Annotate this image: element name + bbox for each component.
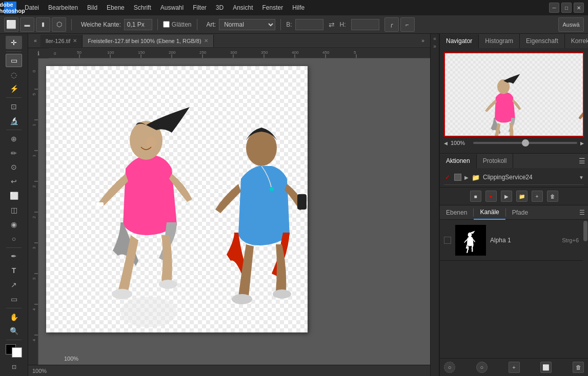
auswahl-button[interactable]: Auswä xyxy=(558,17,584,32)
tab-navigator[interactable]: Navigator xyxy=(440,34,479,49)
hand-tool[interactable]: ✋ xyxy=(6,310,22,324)
alpha1-channel-row[interactable]: Alpha 1 Strg+6 xyxy=(440,220,583,261)
clone-tool[interactable]: ⊙ xyxy=(6,161,22,174)
menu-ebene[interactable]: Ebene xyxy=(103,2,129,13)
aktionen-section: Aktionen Protokoll ☰ ✓ ▶ 📁 ClippingServi… xyxy=(440,154,588,205)
channel-delete-btn[interactable]: 🗑 xyxy=(573,362,584,373)
zoom-tool[interactable]: 🔍 xyxy=(6,325,22,338)
pen-tool[interactable]: ✒ xyxy=(6,249,22,263)
fg-bg-colors[interactable] xyxy=(6,344,22,358)
tab-file1[interactable]: ller-126.tif ✕ xyxy=(40,35,83,47)
shape-tool[interactable]: ▭ xyxy=(6,293,22,306)
corner-round-btn[interactable]: ╭ xyxy=(384,17,399,32)
tab2-label: Freisteller-127.tif bei 100% (Ebene 1, R… xyxy=(88,38,201,44)
history-brush-tool[interactable]: ↩ xyxy=(6,175,22,188)
action-folder-btn[interactable]: 📁 xyxy=(516,191,528,202)
canvas-scroll-area[interactable]: 100% xyxy=(38,58,430,365)
spot-heal-tool[interactable]: ⊕ xyxy=(6,132,22,145)
tab-protokoll[interactable]: Protokoll xyxy=(477,154,514,168)
info-icon[interactable]: ℹ xyxy=(28,48,49,58)
zoom-in-arrow[interactable]: ▸ xyxy=(580,139,584,147)
quickmask-tool[interactable]: ⊡ xyxy=(6,361,22,374)
action-delete-btn[interactable]: 🗑 xyxy=(547,191,558,202)
action-new-btn[interactable]: + xyxy=(532,191,543,202)
channel-new-fill-btn[interactable]: + xyxy=(509,362,520,373)
ebenen-panel-menu[interactable]: ☰ xyxy=(576,205,588,220)
menu-hilfe[interactable]: Hilfe xyxy=(288,2,309,13)
menu-auswahl[interactable]: Auswahl xyxy=(156,2,188,13)
tab-kanaele[interactable]: Kanäle xyxy=(474,205,505,220)
channel-visibility[interactable] xyxy=(444,237,451,244)
lasso-tool[interactable]: ◌ xyxy=(6,68,22,81)
menu-filter[interactable]: Filter xyxy=(189,2,211,13)
collapse-right-btn[interactable]: « xyxy=(433,36,436,41)
eraser-tool[interactable]: ⬜ xyxy=(6,189,22,202)
ebenen-controls: ○ ○ + ⬜ 🗑 xyxy=(440,358,588,376)
channel-dotted-circle-btn[interactable]: ○ xyxy=(444,362,455,373)
single-col-marquee-btn[interactable]: ▮ xyxy=(36,17,50,32)
tab-histogramm[interactable]: Histogram xyxy=(479,34,520,48)
h-input[interactable] xyxy=(351,19,379,30)
menu-bild[interactable]: Bild xyxy=(83,2,102,13)
channel-scrollbar[interactable] xyxy=(583,220,588,261)
art-select[interactable]: Normal Fest: Seitenverh. Fest: Größe xyxy=(219,19,275,30)
gradient-tool[interactable]: ◫ xyxy=(6,203,22,217)
close-button[interactable]: ✕ xyxy=(574,3,584,13)
marquee-tool[interactable]: ▭ xyxy=(6,54,22,67)
lasso-btn[interactable]: ⬡ xyxy=(52,17,66,32)
menu-fenster[interactable]: Fenster xyxy=(258,2,288,13)
tab-collapse-left[interactable]: « xyxy=(30,34,40,48)
wand-tool[interactable]: ⚡ xyxy=(6,82,22,96)
maximize-button[interactable]: □ xyxy=(561,3,572,13)
rect-marquee-btn[interactable]: ⬜ xyxy=(4,17,18,32)
menubar: Adobe Photoshop Datei Bearbeiten Bild Eb… xyxy=(0,0,588,15)
channel-scroll-thumb[interactable] xyxy=(583,221,587,241)
tab2-close[interactable]: ✕ xyxy=(204,38,208,44)
eyedropper-tool[interactable]: 🔬 xyxy=(6,114,22,128)
swap-icon[interactable]: ⇄ xyxy=(329,20,335,29)
tab-file2[interactable]: Freisteller-127.tif bei 100% (Ebene 1, R… xyxy=(83,35,213,47)
zoom-out-arrow[interactable]: ◂ xyxy=(444,139,448,147)
dodge-tool[interactable]: ○ xyxy=(6,232,22,245)
action-enabled-check[interactable]: ✓ xyxy=(444,174,451,181)
expand-right-btn[interactable]: » xyxy=(433,44,436,49)
menu-schrift[interactable]: Schrift xyxy=(130,2,155,13)
channel-save-btn[interactable]: ○ xyxy=(476,362,488,373)
tab-collapse-right[interactable]: » xyxy=(418,34,428,48)
action-stop-btn[interactable]: ■ xyxy=(470,191,481,202)
blur-tool[interactable]: ◉ xyxy=(6,218,22,231)
background-color[interactable] xyxy=(12,347,22,358)
tab-aktionen[interactable]: Aktionen xyxy=(440,154,477,169)
action-play-btn[interactable]: ▶ xyxy=(501,191,512,202)
corner-right-btn[interactable]: ⌐ xyxy=(400,17,415,32)
aktionen-panel-menu[interactable]: ☰ xyxy=(576,154,588,168)
action-record-btn[interactable]: ● xyxy=(485,191,497,202)
crop-tool[interactable]: ⊡ xyxy=(6,100,22,113)
tab-korrekturen[interactable]: Korrekturen xyxy=(565,34,588,48)
tab-ebenen[interactable]: Ebenen xyxy=(440,205,473,220)
side-expand-panel: « » xyxy=(430,34,439,376)
menu-ansicht[interactable]: Ansicht xyxy=(229,2,257,13)
glaetten-checkbox[interactable] xyxy=(163,21,170,28)
nav-zoom-track[interactable] xyxy=(473,142,577,144)
channel-new-btn[interactable]: ⬜ xyxy=(540,362,552,373)
action-chevron[interactable]: ▼ xyxy=(579,175,584,180)
minimize-button[interactable]: ─ xyxy=(549,3,559,13)
action-expand-arrow[interactable]: ▶ xyxy=(464,175,469,180)
b-input[interactable] xyxy=(295,19,323,30)
text-tool[interactable]: T xyxy=(6,264,22,277)
single-row-marquee-btn[interactable]: ▬ xyxy=(20,17,34,32)
menu-bearbeiten[interactable]: Bearbeiten xyxy=(44,2,82,13)
move-tool[interactable]: ✛ xyxy=(6,36,22,49)
tab-eigenschaften[interactable]: Eigenschaft xyxy=(520,34,565,48)
menu-datei[interactable]: Datei xyxy=(21,2,43,13)
path-tool[interactable]: ↗ xyxy=(6,278,22,291)
tab1-close[interactable]: ✕ xyxy=(73,38,77,44)
weiche-kante-input[interactable] xyxy=(124,19,152,30)
svg-text:2: 2 xyxy=(32,216,36,218)
brush-tool[interactable]: ✏ xyxy=(6,147,22,160)
tab-pfade[interactable]: Pfade xyxy=(506,205,534,220)
nav-zoom-thumb[interactable] xyxy=(522,139,529,147)
action-item[interactable]: ✓ ▶ 📁 ClippingService24 ▼ xyxy=(440,170,588,184)
menu-3d[interactable]: 3D xyxy=(212,2,228,13)
